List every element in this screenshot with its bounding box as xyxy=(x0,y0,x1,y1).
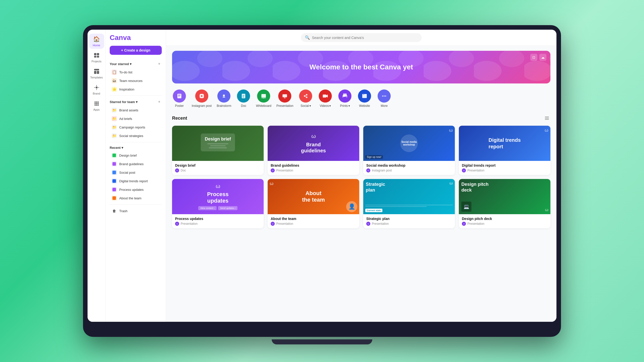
card-type-about-team: Presentation xyxy=(276,222,293,225)
sidebar-recent-brand-guidelines[interactable]: Brand guidelines xyxy=(108,160,164,168)
search-input[interactable] xyxy=(312,36,418,40)
card-title-process-updates: Process updates xyxy=(175,217,261,221)
svg-rect-4 xyxy=(94,69,99,70)
divider-1 xyxy=(110,96,162,96)
card-meta-strategic-plan: U Presentation xyxy=(366,222,452,226)
sidebar-recent-social-post[interactable]: Social post xyxy=(108,168,164,177)
design-type-poster[interactable]: Poster xyxy=(172,89,187,108)
divider-2 xyxy=(110,142,162,142)
svg-rect-9 xyxy=(96,89,97,90)
recent-section-title-main: Recent xyxy=(172,116,187,121)
svg-point-19 xyxy=(96,105,97,106)
trash-icon: 🗑 xyxy=(112,208,117,213)
hero-expand-button[interactable]: ⊡ xyxy=(530,54,537,61)
starred-section-header[interactable]: Your starred ▾ + xyxy=(106,60,166,68)
top-bar: 🔍 xyxy=(166,30,556,46)
sidebar-item-home[interactable]: 🏠 Home xyxy=(89,34,104,49)
hero-title: Welcome to the best Canva yet xyxy=(309,63,413,71)
doc-icon xyxy=(237,89,250,103)
svg-point-15 xyxy=(94,103,96,104)
card-strategic-plan[interactable]: ω Strategicplan Current state xyxy=(363,179,455,228)
design-type-more[interactable]: More xyxy=(377,89,391,108)
svg-rect-61 xyxy=(545,119,549,120)
laptop-frame: 🏠 Home Projects Templates xyxy=(83,25,561,337)
starred-for-team-header[interactable]: Starred for team ▾ + xyxy=(106,98,166,106)
design-types-row: Poster Instagram post xyxy=(172,89,550,108)
sidebar-recent-about-team[interactable]: About the team xyxy=(108,194,164,202)
sidebar-item-social-strategies[interactable]: 📁 Social strategies xyxy=(108,131,164,140)
svg-rect-0 xyxy=(94,53,96,55)
card-design-brief[interactable]: Design brief xyxy=(172,126,264,175)
design-type-brainstorm[interactable]: Brainstorm xyxy=(217,89,231,108)
starred-team-add-button[interactable]: + xyxy=(157,99,162,104)
sidebar-trash[interactable]: 🗑 Trash xyxy=(108,207,164,215)
brainstorm-label: Brainstorm xyxy=(217,104,231,108)
sidebar-recent-design-brief[interactable]: Design brief xyxy=(108,151,164,160)
hero-cloud-button[interactable]: ☁ xyxy=(539,54,546,61)
card-avatar-design-pitch: U xyxy=(462,222,466,226)
card-process-updates[interactable]: ω Processupdates View content › Send upd… xyxy=(172,179,264,228)
sidebar-item-brand[interactable]: Brand xyxy=(89,82,104,97)
card-thumbnail-digital-trends: ω Digital trendsreport xyxy=(459,126,550,161)
svg-point-12 xyxy=(94,102,96,103)
poster-icon xyxy=(173,89,186,103)
card-avatar-process-updates: U xyxy=(175,222,179,226)
svg-line-45 xyxy=(305,95,306,96)
sidebar-item-todo[interactable]: 📋 To-do list xyxy=(108,68,164,76)
design-type-whiteboard[interactable]: Whiteboard xyxy=(256,89,271,108)
list-view-button[interactable] xyxy=(543,115,550,122)
inspiration-icon: ⭐ xyxy=(112,87,117,92)
sidebar-item-apps[interactable]: Apps xyxy=(89,98,104,113)
whiteboard-label: Whiteboard xyxy=(256,104,271,108)
svg-point-43 xyxy=(306,94,307,96)
card-digital-trends[interactable]: ω Digital trendsreport Digital trends re… xyxy=(459,126,550,175)
sidebar-recent-digital-trends[interactable]: Digital trends report xyxy=(108,177,164,185)
svg-point-20 xyxy=(97,105,99,106)
create-design-button[interactable]: + Create a design xyxy=(110,46,162,55)
poster-label: Poster xyxy=(175,104,184,108)
sidebar-item-brand-assets[interactable]: 📁 Brand assets xyxy=(108,106,164,114)
card-thumbnail-about-team: ω Aboutthe team 👤 xyxy=(268,179,359,214)
app-logo: Canva xyxy=(110,34,162,42)
brand-label: Brand xyxy=(93,92,100,95)
svg-rect-22 xyxy=(112,162,116,166)
starred-add-button[interactable]: + xyxy=(157,61,162,66)
svg-point-56 xyxy=(382,96,383,97)
card-title-digital-trends: Digital trends report xyxy=(462,163,547,167)
card-meta-about-team: U Presentation xyxy=(271,222,356,226)
design-type-doc[interactable]: Doc xyxy=(236,89,251,108)
laptop-screen: 🏠 Home Projects Templates xyxy=(88,30,556,322)
card-meta-brand-guidelines: U Presentation xyxy=(271,168,356,172)
card-social-media-workshop[interactable]: ω Social media workshop Sign up now! Soc… xyxy=(363,126,455,175)
design-type-presentation[interactable]: Presentation xyxy=(276,89,293,108)
card-info-brand-guidelines: Brand guidelines U Presentation xyxy=(268,161,359,175)
sidebar-item-ad-briefs[interactable]: 📁 Ad briefs xyxy=(108,114,164,123)
design-type-website[interactable]: Website xyxy=(357,89,372,108)
inspiration-label: Inspiration xyxy=(119,87,134,91)
card-avatar-about-team: U xyxy=(271,222,275,226)
card-thumbnail-social-media: ω Social media workshop Sign up now! xyxy=(363,126,455,161)
icon-sidebar: 🏠 Home Projects Templates xyxy=(88,30,106,322)
sidebar-recent-process-updates[interactable]: Process updates xyxy=(108,185,164,194)
card-design-pitch-deck[interactable]: ω Design pitchdeck 💻 Design pitch deck U… xyxy=(459,179,550,228)
design-type-videos[interactable]: Videos ▾ xyxy=(318,89,333,108)
doc-label: Doc xyxy=(241,104,246,108)
card-avatar-social-media: U xyxy=(366,168,370,172)
sidebar-item-campaign-reports[interactable]: 📁 Campaign reports xyxy=(108,123,164,131)
sidebar-item-projects[interactable]: Projects xyxy=(89,50,104,65)
card-about-team[interactable]: ω Aboutthe team 👤 About the team U Prese… xyxy=(268,179,359,228)
laptop-base xyxy=(272,339,372,344)
design-type-prints[interactable]: Prints ▾ xyxy=(338,89,352,108)
apps-label: Apps xyxy=(93,108,100,111)
projects-label: Projects xyxy=(92,60,102,63)
recent-section-header[interactable]: Recent ▾ xyxy=(106,144,166,151)
svg-rect-35 xyxy=(243,95,245,96)
sidebar-item-inspiration[interactable]: ⭐ Inspiration xyxy=(108,85,164,94)
sidebar-item-templates[interactable]: Templates xyxy=(89,66,104,81)
design-type-social[interactable]: Social ▾ xyxy=(298,89,313,108)
card-brand-guidelines[interactable]: ω Brandguidelines Brand guidelines U Pre… xyxy=(268,126,359,175)
design-type-instagram[interactable]: Instagram post xyxy=(192,89,212,108)
home-label: Home xyxy=(93,44,100,47)
content-area: Welcome to the best Canva yet ⊡ ☁ xyxy=(166,46,556,322)
sidebar-item-team-resources[interactable]: 🗂 Team resources xyxy=(108,76,164,85)
